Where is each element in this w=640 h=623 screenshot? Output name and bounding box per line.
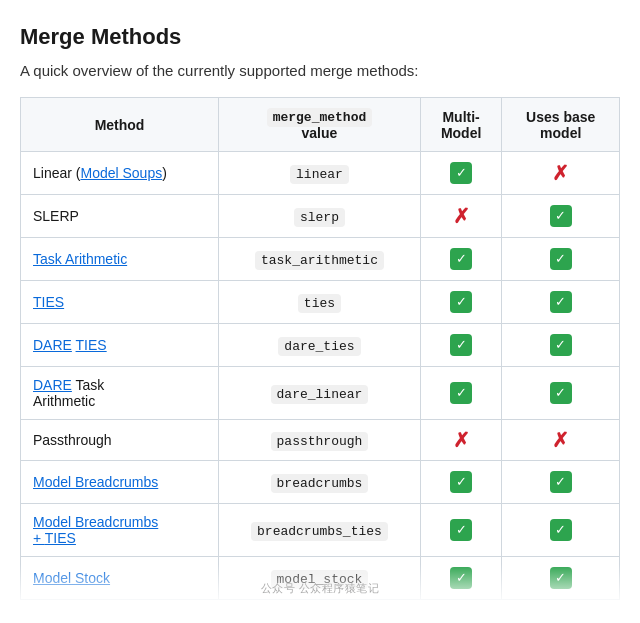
uses-base-cell: ✓: [502, 324, 620, 367]
check-icon: ✓: [550, 248, 572, 270]
cross-icon: ✗: [453, 206, 470, 226]
method-link[interactable]: Model Breadcrumbs: [33, 474, 158, 490]
merge-method-code: dare_ties: [278, 337, 360, 356]
table-row: Model Breadcrumbs+ TIESbreadcrumbs_ties✓…: [21, 504, 620, 557]
merge-method-code: dare_linear: [271, 385, 369, 404]
cross-icon: ✗: [552, 430, 569, 450]
method-cell: TIES: [21, 281, 219, 324]
method-cell: Model Breadcrumbs+ TIES: [21, 504, 219, 557]
merge-method-code: breadcrumbs_ties: [251, 522, 388, 541]
uses-base-cell: ✗: [502, 420, 620, 461]
uses-base-cell: ✗: [502, 152, 620, 195]
merge-method-code: breadcrumbs: [271, 474, 369, 493]
check-icon: ✓: [450, 382, 472, 404]
merge-method-code: task_arithmetic: [255, 251, 384, 270]
multi-model-cell: ✓: [420, 504, 502, 557]
method-link[interactable]: Task Arithmetic: [33, 251, 127, 267]
multi-model-cell: ✓: [420, 152, 502, 195]
method-cell: DARE TIES: [21, 324, 219, 367]
multi-model-cell: ✓: [420, 557, 502, 600]
check-icon: ✓: [550, 471, 572, 493]
multi-model-cell: ✓: [420, 367, 502, 420]
multi-model-cell: ✓: [420, 461, 502, 504]
method-cell: Model Breadcrumbs: [21, 461, 219, 504]
check-icon: ✓: [450, 162, 472, 184]
merge-method-code: linear: [290, 165, 349, 184]
table-row: TIESties✓✓: [21, 281, 620, 324]
merge-method-code: model_stock: [271, 570, 369, 589]
method-link[interactable]: TIES: [45, 530, 76, 546]
check-icon: ✓: [550, 519, 572, 541]
check-icon: ✓: [550, 567, 572, 589]
merge-method-value-cell: dare_ties: [219, 324, 421, 367]
multi-model-cell: ✓: [420, 324, 502, 367]
table-row: Passthroughpassthrough✗✗: [21, 420, 620, 461]
cross-icon: ✗: [453, 430, 470, 450]
merge-method-value-cell: slerp: [219, 195, 421, 238]
multi-model-cell: ✗: [420, 420, 502, 461]
method-link[interactable]: DARE: [33, 337, 72, 353]
uses-base-cell: ✓: [502, 504, 620, 557]
method-link[interactable]: DARE: [33, 377, 72, 393]
check-icon: ✓: [550, 205, 572, 227]
merge-method-code: ties: [298, 294, 341, 313]
merge-method-value-cell: breadcrumbs_ties: [219, 504, 421, 557]
uses-base-cell: ✓: [502, 195, 620, 238]
table-row: Task Arithmetictask_arithmetic✓✓: [21, 238, 620, 281]
check-icon: ✓: [550, 382, 572, 404]
table-row: Model Stockmodel_stock✓✓: [21, 557, 620, 600]
check-icon: ✓: [450, 471, 472, 493]
method-link[interactable]: TIES: [33, 294, 64, 310]
uses-base-cell: ✓: [502, 461, 620, 504]
merge-method-code: slerp: [294, 208, 345, 227]
check-icon: ✓: [450, 248, 472, 270]
check-icon: ✓: [550, 291, 572, 313]
subtitle: A quick overview of the currently suppor…: [20, 62, 620, 79]
col-header-merge-method: merge_methodvalue: [219, 98, 421, 152]
merge-method-value-cell: passthrough: [219, 420, 421, 461]
check-icon: ✓: [450, 519, 472, 541]
col-header-multi-model: Multi-Model: [420, 98, 502, 152]
merge-methods-table: Method merge_methodvalue Multi-Model Use…: [20, 97, 620, 600]
cross-icon: ✗: [552, 163, 569, 183]
method-cell: Task Arithmetic: [21, 238, 219, 281]
merge-method-value-cell: task_arithmetic: [219, 238, 421, 281]
merge-method-value-cell: linear: [219, 152, 421, 195]
check-icon: ✓: [550, 334, 572, 356]
multi-model-cell: ✗: [420, 195, 502, 238]
check-icon: ✓: [450, 567, 472, 589]
method-cell: Passthrough: [21, 420, 219, 461]
merge-method-value-cell: dare_linear: [219, 367, 421, 420]
merge-method-value-cell: model_stock: [219, 557, 421, 600]
col-header-uses-base: Uses basemodel: [502, 98, 620, 152]
table-row: Model Breadcrumbsbreadcrumbs✓✓: [21, 461, 620, 504]
multi-model-cell: ✓: [420, 238, 502, 281]
method-cell: DARE TaskArithmetic: [21, 367, 219, 420]
multi-model-cell: ✓: [420, 281, 502, 324]
method-cell: Model Stock: [21, 557, 219, 600]
uses-base-cell: ✓: [502, 238, 620, 281]
uses-base-cell: ✓: [502, 281, 620, 324]
method-link[interactable]: Model Soups: [80, 165, 162, 181]
merge-method-code: passthrough: [271, 432, 369, 451]
method-link[interactable]: TIES: [76, 337, 107, 353]
method-link[interactable]: Model Stock: [33, 570, 110, 586]
table-row: Linear (Model Soups)linear✓✗: [21, 152, 620, 195]
page-title: Merge Methods: [20, 24, 620, 50]
method-cell: SLERP: [21, 195, 219, 238]
check-icon: ✓: [450, 291, 472, 313]
table-row: DARE TaskArithmeticdare_linear✓✓: [21, 367, 620, 420]
merge-method-value-cell: breadcrumbs: [219, 461, 421, 504]
table-row: DARE TIESdare_ties✓✓: [21, 324, 620, 367]
col-header-method: Method: [21, 98, 219, 152]
method-cell: Linear (Model Soups): [21, 152, 219, 195]
uses-base-cell: ✓: [502, 557, 620, 600]
merge-method-value-cell: ties: [219, 281, 421, 324]
uses-base-cell: ✓: [502, 367, 620, 420]
table-row: SLERPslerp✗✓: [21, 195, 620, 238]
check-icon: ✓: [450, 334, 472, 356]
